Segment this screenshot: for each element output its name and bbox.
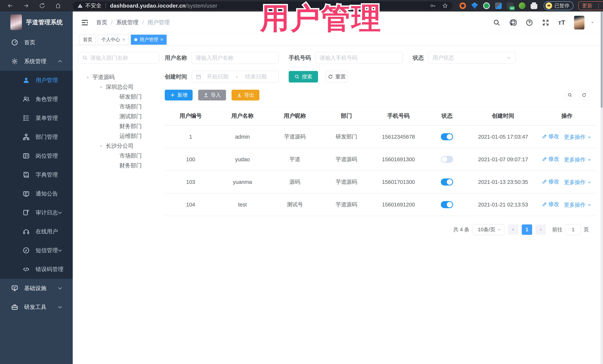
search-button[interactable]: 搜索 — [289, 71, 318, 82]
caret-down-icon[interactable] — [99, 144, 104, 148]
page-size-select[interactable]: 10条/页 — [473, 224, 505, 235]
reload-icon[interactable] — [39, 3, 45, 9]
tree-node[interactable]: 市场部门 — [78, 102, 159, 111]
sidebar-item-infrastructure[interactable]: 基础设施 — [0, 279, 73, 298]
search-icon[interactable] — [493, 19, 500, 26]
next-page-button[interactable] — [535, 224, 546, 235]
avatar-caret-icon[interactable] — [590, 20, 595, 25]
forward-icon[interactable] — [23, 3, 29, 9]
page-scrollbar[interactable] — [600, 11, 603, 364]
import-button[interactable]: 导入 — [198, 90, 226, 100]
chevron-down-icon — [587, 135, 592, 140]
more-actions-link[interactable]: 更多操作 — [564, 201, 592, 209]
bookmark-star-icon[interactable] — [442, 3, 448, 9]
extension-y-icon[interactable] — [483, 2, 490, 9]
user-avatar[interactable] — [574, 16, 584, 30]
url-bar[interactable]: 不安全 dashboard.yudao.iocoder.cn/system/us… — [73, 1, 453, 10]
reset-button[interactable]: 重置 — [326, 71, 348, 82]
username-label: 用户名称 — [165, 54, 187, 62]
breadcrumb-system[interactable]: 系统管理 — [116, 19, 139, 26]
help-icon[interactable] — [526, 19, 533, 26]
sidebar-item-online-users[interactable]: 在线用户 — [0, 222, 73, 241]
browser-menu-kebab-icon[interactable]: ⋮ — [596, 3, 601, 9]
sidebar-item-sms-management[interactable]: 短信管理 — [0, 241, 73, 260]
tree-node[interactable]: 深圳总公司 — [78, 82, 159, 92]
refresh-button[interactable] — [579, 90, 589, 100]
dashboard-icon — [11, 39, 18, 46]
tree-node[interactable]: 市场部门 — [78, 151, 159, 161]
username-input[interactable] — [196, 55, 274, 61]
font-size-icon[interactable]: ᴛT — [558, 19, 565, 26]
tree-node[interactable]: 芋道源码 — [78, 72, 159, 82]
dept-tree: 芋道源码 深圳总公司 研发部门 市场部门 测试部门 财务部门 运维部门 长沙分公… — [78, 72, 159, 170]
status-toggle[interactable] — [441, 178, 453, 186]
collapse-sidebar-icon[interactable] — [81, 19, 89, 26]
tree-node[interactable]: 运维部门 — [78, 131, 159, 141]
extension-gem-icon[interactable] — [471, 2, 478, 9]
sidebar-item-menu-management[interactable]: 菜单管理 — [0, 109, 73, 128]
tree-node[interactable]: 研发部门 — [78, 92, 159, 102]
status-toggle[interactable] — [441, 133, 453, 140]
close-icon[interactable]: × — [122, 37, 125, 43]
sidebar-item-post-management[interactable]: 岗位管理 — [0, 146, 73, 165]
breadcrumb-home[interactable]: 首页 — [96, 19, 107, 26]
audit-icon — [23, 209, 30, 216]
sidebar-item-home[interactable]: 首页 — [0, 33, 73, 52]
edit-link[interactable]: 修改 — [542, 133, 559, 140]
mobile-input[interactable] — [320, 55, 398, 61]
fullscreen-icon[interactable] — [542, 19, 549, 26]
more-actions-link[interactable]: 更多操作 — [564, 179, 592, 186]
sidebar-item-user-management[interactable]: 用户管理 — [0, 71, 73, 90]
tree-node[interactable]: 财务部门 — [78, 121, 159, 131]
caret-down-icon[interactable] — [99, 85, 104, 89]
tree-node[interactable]: 测试部门 — [78, 111, 159, 121]
sidebar-item-notice[interactable]: 通知公告 — [0, 184, 73, 203]
sidebar-item-dev-tools[interactable]: 研发工具 — [0, 298, 73, 317]
more-actions-link[interactable]: 更多操作 — [564, 156, 592, 164]
tree-node[interactable]: 长沙分公司 — [78, 141, 159, 151]
sidebar-item-error-code[interactable]: 错误码管理 — [0, 260, 73, 279]
sidebar-item-dict-management[interactable]: 字典管理 — [0, 165, 73, 184]
date-range-picker[interactable]: 开始日期 - 结束日期 — [191, 71, 279, 83]
sidebar-item-dept-management[interactable]: 部门管理 — [0, 128, 73, 146]
extension-ubuntu-icon[interactable] — [459, 2, 466, 9]
back-icon[interactable] — [7, 3, 13, 9]
tab-home[interactable]: 首页 — [79, 35, 96, 45]
end-date-placeholder: 结束日期 — [245, 73, 267, 80]
tab-user-management[interactable]: 用户管理 × — [131, 35, 167, 45]
home-icon[interactable] — [55, 3, 61, 9]
browser-update-button[interactable]: 更新 ⋮ — [578, 1, 603, 10]
tree-node[interactable]: 财务部门 — [78, 161, 159, 170]
extension-switch-icon[interactable]: on — [507, 2, 514, 9]
status-toggle[interactable] — [441, 201, 453, 208]
refresh-icon — [328, 74, 333, 79]
extension-leaf-icon[interactable] — [519, 2, 525, 9]
browser-profile-chip[interactable]: 已暂停 — [544, 1, 573, 10]
show-search-button[interactable] — [565, 90, 575, 100]
prev-page-button[interactable] — [508, 224, 518, 235]
sidebar-item-audit-log[interactable]: 审计日志 — [0, 203, 73, 222]
status-toggle[interactable] — [441, 156, 453, 163]
chevron-down-icon — [57, 304, 63, 310]
tab-profile[interactable]: 个人中心 × — [98, 35, 128, 45]
edit-link[interactable]: 修改 — [542, 178, 559, 185]
status-select[interactable]: 用户状态 — [428, 52, 515, 64]
password-key-icon[interactable] — [430, 3, 436, 9]
scrollbar-thumb[interactable] — [601, 11, 603, 108]
github-icon[interactable] — [509, 19, 517, 26]
edit-link[interactable]: 修改 — [542, 200, 559, 208]
export-button[interactable]: 导出 — [232, 90, 259, 100]
app-title: 芋道管理系统 — [26, 18, 63, 26]
add-button[interactable]: 新增 — [165, 90, 193, 100]
extensions-puzzle-icon[interactable] — [531, 2, 537, 9]
page-number-1[interactable]: 1 — [522, 224, 532, 235]
close-icon[interactable]: × — [160, 37, 163, 43]
edit-link[interactable]: 修改 — [542, 155, 559, 163]
more-actions-link[interactable]: 更多操作 — [564, 133, 592, 141]
caret-down-icon[interactable] — [85, 75, 90, 80]
extension-grid-icon[interactable] — [495, 2, 502, 9]
dept-search-input[interactable] — [90, 55, 155, 61]
sidebar-item-role-management[interactable]: 角色管理 — [0, 90, 73, 109]
goto-page-input[interactable] — [566, 224, 581, 235]
sidebar-item-system[interactable]: 系统管理 — [0, 52, 73, 71]
